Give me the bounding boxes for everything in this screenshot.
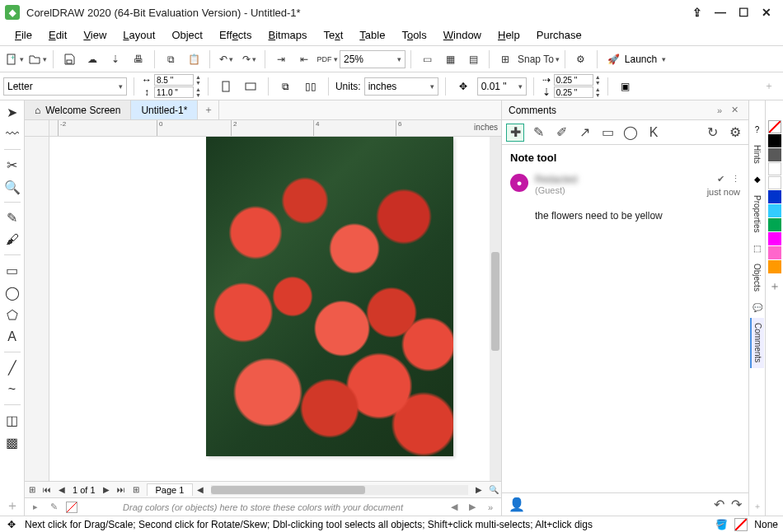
comment-menu-icon[interactable]: ⋮ <box>731 174 740 184</box>
menu-table[interactable]: Table <box>351 26 393 44</box>
resolve-icon[interactable]: ✔ <box>717 174 724 184</box>
menu-help[interactable]: Help <box>490 26 528 44</box>
print-button[interactable]: 🖶 <box>128 49 149 70</box>
close-button[interactable]: ✕ <box>755 3 778 21</box>
tab-untitled1[interactable]: Untitled-1* <box>131 100 198 119</box>
paste-button[interactable]: 📋 <box>183 49 204 70</box>
menu-text[interactable]: Text <box>315 26 351 44</box>
cloud-up-button[interactable]: ☁ <box>82 49 103 70</box>
dock-hints[interactable]: Hints <box>751 140 763 169</box>
toolbox-plus-button[interactable]: ＋ <box>2 496 22 516</box>
current-page-icon[interactable]: ▯▯ <box>300 76 321 97</box>
menu-edit[interactable]: Edit <box>40 26 75 44</box>
new-doc-button[interactable]: + <box>3 49 25 70</box>
flowers-bitmap[interactable] <box>206 137 453 456</box>
help-icon[interactable]: ? <box>751 123 764 136</box>
palette-expand[interactable]: » <box>485 502 496 512</box>
all-pages-icon[interactable]: ⧉ <box>275 76 297 97</box>
rulers-button[interactable]: ▦ <box>439 49 461 70</box>
polygon-tool[interactable]: ⬠ <box>2 305 22 324</box>
palette-menu-button[interactable]: ▸ <box>30 502 41 512</box>
line-annot-button[interactable]: K <box>645 124 662 141</box>
menu-layout[interactable]: Layout <box>115 26 163 44</box>
landscape-button[interactable] <box>240 76 261 97</box>
arrow-annot-button[interactable]: ↗ <box>576 124 593 141</box>
add-bar-button[interactable]: ＋ <box>758 76 780 97</box>
highlight-annot-button[interactable]: ✐ <box>553 124 570 141</box>
prev-page-button[interactable]: ◀ <box>54 483 69 497</box>
transparency-tool[interactable]: ▩ <box>2 432 22 452</box>
zoom-tool[interactable]: 🔍 <box>2 177 22 197</box>
no-fill-swatch[interactable] <box>66 502 77 513</box>
swatch-blue[interactable] <box>768 190 781 203</box>
tab-new[interactable]: ＋ <box>198 100 219 119</box>
page-preset-combo[interactable]: Letter <box>3 77 127 96</box>
user-icon[interactable]: 👤 <box>509 497 525 512</box>
export-button[interactable]: ⇤ <box>293 49 315 70</box>
menu-file[interactable]: File <box>7 26 40 44</box>
dock-comments[interactable]: Comments <box>750 318 764 367</box>
parallel-dim-tool[interactable]: ╱ <box>2 357 22 377</box>
pdf-button[interactable]: PDF <box>316 49 338 70</box>
page1-tab[interactable]: Page 1 <box>147 483 194 496</box>
connector-tool[interactable]: ~ <box>2 380 22 399</box>
fullscreen-button[interactable]: ▭ <box>416 49 438 70</box>
grid-button[interactable]: ▤ <box>462 49 484 70</box>
redo-comment-icon[interactable]: ↷ <box>731 497 742 512</box>
minimize-button[interactable]: — <box>709 3 732 21</box>
shadow-tool[interactable]: ◫ <box>2 410 22 430</box>
refresh-comments-button[interactable]: ↻ <box>704 124 720 141</box>
menu-effects[interactable]: Effects <box>211 26 260 44</box>
ruler-vertical[interactable] <box>25 137 49 481</box>
palette-scroll-left[interactable]: ◀ <box>448 502 460 512</box>
page-width-input[interactable] <box>154 74 194 86</box>
save-button[interactable] <box>59 49 80 70</box>
no-color-swatch[interactable] <box>768 120 781 133</box>
panel-collapse-icon[interactable]: » <box>712 105 727 115</box>
menu-view[interactable]: View <box>75 26 115 44</box>
swatch-black[interactable] <box>768 134 781 147</box>
menu-bitmaps[interactable]: Bitmaps <box>260 26 315 44</box>
note-tool-button[interactable]: ✚ <box>507 124 523 141</box>
freehand-tool[interactable]: ✎ <box>2 208 22 227</box>
canvas[interactable] <box>49 137 501 481</box>
redo-button[interactable]: ↷ <box>238 49 260 70</box>
pen-annot-button[interactable]: ✎ <box>530 124 546 141</box>
dup-y-input[interactable] <box>554 86 593 98</box>
comments-options-button[interactable]: ⚙ <box>727 124 743 141</box>
dock-properties[interactable]: Properties <box>751 190 763 238</box>
menu-tools[interactable]: Tools <box>393 26 434 44</box>
ellipse-tool[interactable]: ◯ <box>2 282 22 302</box>
undo-button[interactable]: ↶ <box>215 49 237 70</box>
cloud-down-button[interactable]: ⇣ <box>105 49 126 70</box>
add-page-button[interactable]: ⊞ <box>25 483 40 497</box>
navigator-icon[interactable]: 🔍 <box>486 483 501 497</box>
comment-item[interactable]: ● Redacted (Guest) the flowers need to b… <box>502 167 748 228</box>
rectangle-tool[interactable]: ▭ <box>2 260 22 280</box>
snap-to-button[interactable]: Snap To <box>518 49 560 70</box>
swatch-green[interactable] <box>768 218 781 231</box>
duplicate-offset[interactable]: ⇢▲▼ ⇣▲▼ <box>541 74 601 98</box>
horizontal-scrollbar[interactable] <box>211 485 468 495</box>
rect-annot-button[interactable]: ▭ <box>599 124 616 141</box>
add-page-after-button[interactable]: ⊞ <box>129 483 143 497</box>
swatch-magenta[interactable] <box>768 232 781 245</box>
copy-button[interactable]: ⧉ <box>160 49 181 70</box>
comments-icon[interactable]: 💬 <box>751 301 764 314</box>
units-combo[interactable]: inches <box>364 77 438 96</box>
palette-add-button[interactable]: ＋ <box>769 279 781 294</box>
options-button[interactable]: ⚙ <box>570 49 592 70</box>
menu-purchase[interactable]: Purchase <box>528 26 590 44</box>
fill-none-swatch[interactable] <box>734 518 748 531</box>
guides-button[interactable]: ⊞ <box>495 49 516 70</box>
artistic-tool[interactable]: 🖌 <box>2 230 22 250</box>
portrait-button[interactable] <box>215 76 237 97</box>
swatch-gray[interactable] <box>768 148 781 161</box>
dup-x-input[interactable] <box>554 74 593 86</box>
swatch-white[interactable] <box>768 162 781 175</box>
hscroll-left[interactable]: ◀ <box>193 483 208 497</box>
launch-button[interactable]: 🚀 Launch <box>602 49 671 70</box>
swatch-cyan[interactable] <box>768 204 781 217</box>
menu-window[interactable]: Window <box>435 26 490 44</box>
page-size-spinners[interactable]: ↔▲▼ ↕▲▼ <box>141 74 201 98</box>
